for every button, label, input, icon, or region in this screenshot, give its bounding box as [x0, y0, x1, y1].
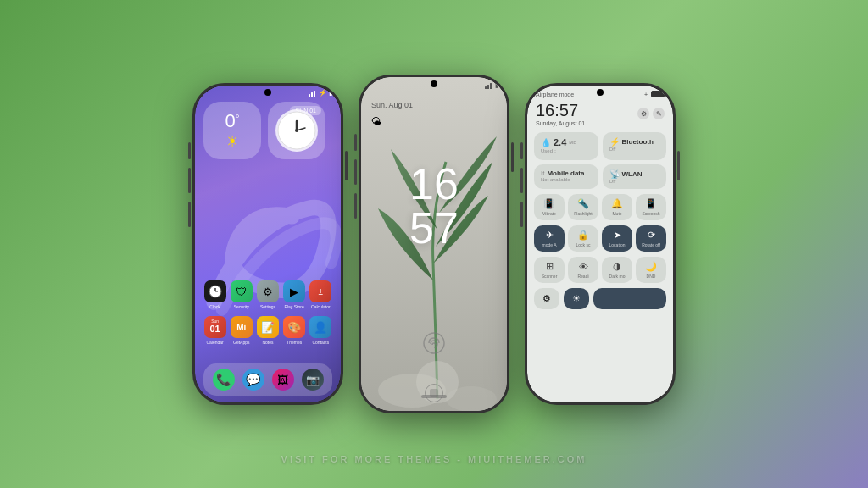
flashlight-icon: 🔦 — [577, 198, 589, 209]
volume-up-button — [188, 168, 191, 193]
tile-bt-header: ⚡ Bluetooth — [609, 137, 660, 147]
cc-small-grid: 📳 Vibrate 🔦 Flashlight 🔔 Mute 📱 Screensh — [527, 191, 673, 223]
dock-gallery[interactable]: 🖼 — [272, 369, 294, 391]
cc-tile-data[interactable]: 💧 2.4 MB Used： — [534, 132, 598, 160]
mobile-sub: Not available — [541, 177, 592, 182]
weather-icon-lock: 🌤 — [371, 115, 381, 127]
wlan-icon: 📡 — [609, 169, 620, 179]
weather-widget: 0 ° ☀ — [203, 102, 261, 159]
mute-button-3 — [520, 142, 523, 159]
mute-icon: 🔔 — [611, 198, 623, 209]
app-calendar[interactable]: Sun 01 Calendar — [203, 316, 228, 345]
app-grid: Clock 🛡 Security ⚙ Settings ▶ Play St — [195, 280, 341, 352]
vibrate-icon: 📳 — [543, 198, 555, 209]
fingerprint-icon[interactable] — [422, 331, 446, 360]
temperature-display: 0 ° — [225, 110, 239, 132]
signal-icon — [309, 90, 317, 97]
sun-icon: ☀ — [225, 132, 239, 151]
cc-settings-final-btn[interactable]: ⚙ — [534, 288, 559, 309]
cc-tile-bluetooth[interactable]: ⚡ Bluetooth Off — [603, 132, 667, 160]
lockscreen-date: Sun. Aug 01 — [371, 101, 413, 109]
home-button-2[interactable] — [425, 384, 443, 402]
phone-3-shell: Airplane mode + 16:57 Sunday, August 01 … — [525, 83, 676, 405]
phone-3-screen: Airplane mode + 16:57 Sunday, August 01 … — [527, 86, 673, 402]
cc-settings-button[interactable]: ⚙ — [637, 108, 649, 119]
wlan-label: WLAN — [622, 170, 643, 178]
cc-rotate-tile[interactable]: ⟳ Rotate off — [636, 225, 666, 252]
battery-icon-p2: ▮ — [495, 82, 498, 89]
lock-icon: 🔒 — [577, 230, 589, 241]
app-calculator[interactable]: ± Calculator — [308, 280, 333, 309]
darkmode-icon: ◑ — [613, 261, 621, 272]
getapps-label: GetApps — [233, 340, 249, 345]
app-clock[interactable]: Clock — [203, 280, 228, 309]
cc-airplane-tile[interactable]: ✈ mode A — [534, 225, 565, 252]
rotate-label: Rotate off — [642, 242, 660, 247]
dock-phone[interactable]: 📞 — [213, 369, 235, 391]
cc-darkmode-tile[interactable]: ◑ Dark mo — [602, 257, 632, 283]
bluetooth-icon: ⚡ — [609, 137, 620, 147]
power-button-3 — [677, 151, 680, 180]
app-play-store[interactable]: ▶ Play Store — [281, 280, 307, 309]
screenshot-label: Screensh — [642, 211, 659, 216]
cc-sun-btn[interactable]: ☀ — [564, 288, 589, 309]
location-icon: ➤ — [614, 230, 621, 241]
phone-1-shell: ⚡ ▮ 0 ° ☀ SUN 01 — [192, 83, 343, 405]
plus-icon: + — [644, 92, 648, 97]
cc-tile-mobile[interactable]: It Mobile data Not available — [534, 164, 598, 189]
volume-down-button-3 — [520, 202, 523, 227]
dnd-icon: 🌙 — [645, 261, 657, 272]
app-notes[interactable]: 📝 Notes — [255, 316, 281, 345]
cc-location-tile[interactable]: ➤ Location — [602, 225, 632, 252]
app-getapps[interactable]: Mi GetApps — [229, 316, 254, 345]
svg-rect-14 — [485, 86, 487, 89]
security-icon: 🛡 — [231, 280, 253, 302]
dock: 📞 💬 🖼 📷 — [203, 363, 332, 396]
data-drop-icon: 💧 — [541, 138, 551, 147]
cc-edit-button[interactable]: ✎ — [653, 108, 665, 119]
mute-button — [188, 142, 191, 159]
battery-icon-p1: ▮ — [329, 89, 332, 97]
airplane-mode-label: Airplane mode — [536, 92, 574, 97]
themes-label: Themes — [287, 340, 302, 345]
fingerprint-svg — [422, 331, 446, 355]
punch-hole-1 — [264, 89, 271, 96]
power-button — [345, 151, 348, 180]
phone-3: Airplane mode + 16:57 Sunday, August 01 … — [525, 83, 676, 405]
app-themes[interactable]: 🎨 Themes — [281, 316, 307, 345]
wlan-sub: Off — [609, 179, 660, 184]
contacts-icon: 👤 — [309, 316, 331, 338]
contacts-label: Contacts — [312, 340, 329, 345]
reading-label: Readi — [577, 274, 588, 279]
cc-scanner-tile[interactable]: ⊞ Scanner — [534, 257, 565, 283]
cc-lockscreen-tile[interactable]: 🔒 Lock sc — [568, 225, 598, 252]
tile-data-header: 💧 2.4 MB — [541, 137, 592, 147]
clock-label: Clock — [209, 304, 220, 309]
data-amount: 2.4 — [554, 137, 566, 147]
cc-bottom-grid: ⊞ Scanner 👁 Readi ◑ Dark mo 🌙 DND — [527, 254, 673, 286]
cc-settings-icons: ⚙ ✎ — [637, 108, 665, 119]
notes-label: Notes — [262, 340, 273, 345]
dock-camera[interactable]: 📷 — [302, 369, 324, 391]
reading-icon: 👁 — [579, 262, 588, 272]
lockscreen-tile-label: Lock sc — [576, 242, 591, 247]
app-contacts[interactable]: 👤 Contacts — [308, 316, 333, 345]
cc-mute-tile[interactable]: 🔔 Mute — [602, 194, 632, 220]
cc-brightness-bar[interactable] — [593, 288, 666, 309]
play-store-icon: ▶ — [283, 280, 305, 302]
lockscreen-time: 16 57 — [361, 162, 507, 250]
app-security[interactable]: 🛡 Security — [229, 280, 254, 309]
app-settings[interactable]: ⚙ Settings — [255, 280, 281, 309]
lockscreen-date-text: Sun. Aug 01 — [371, 101, 413, 109]
clock-icon — [204, 280, 226, 302]
cc-reading-tile[interactable]: 👁 Readi — [568, 257, 598, 283]
cc-flashlight-tile[interactable]: 🔦 Flashlight — [568, 194, 598, 220]
dock-messages[interactable]: 💬 — [242, 369, 264, 391]
status-bar-2: ▮ — [476, 79, 507, 91]
cc-vibrate-tile[interactable]: 📳 Vibrate — [534, 194, 565, 220]
cc-dnd-tile[interactable]: 🌙 DND — [636, 257, 666, 283]
home-button-square — [430, 389, 438, 397]
cc-tile-wlan[interactable]: 📡 WLAN Off — [603, 164, 667, 189]
watermark: VISIT FOR MORE THEMES - MIUITHEMER.COM — [281, 454, 587, 464]
cc-screenshot-tile[interactable]: 📱 Screensh — [636, 194, 666, 220]
